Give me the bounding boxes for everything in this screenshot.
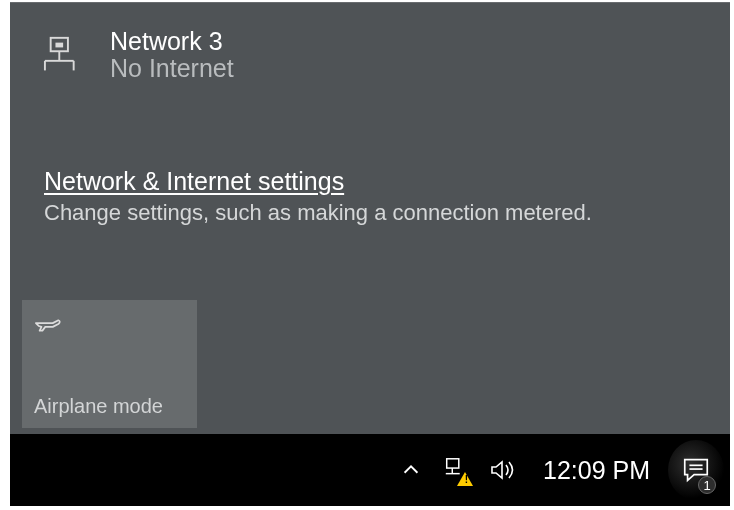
notification-count-badge: 1 [698,476,716,494]
action-center-button[interactable]: 1 [668,440,724,500]
network-flyout: Network 3 No Internet Network & Internet… [10,2,730,434]
network-status: No Internet [110,54,234,83]
airplane-mode-tile[interactable]: Airplane mode [22,300,197,428]
tray-icons: ! [397,456,517,484]
airplane-icon [34,310,66,342]
svg-rect-6 [447,459,459,468]
network-settings-description: Change settings, such as making a connec… [44,200,696,226]
taskbar: ! 12:09 PM 1 [10,434,730,506]
warning-exclamation: ! [465,474,468,485]
network-tray-icon[interactable]: ! [443,456,471,484]
network-text: Network 3 No Internet [110,27,234,83]
airplane-mode-label: Airplane mode [34,395,185,418]
volume-tray-icon[interactable] [489,456,517,484]
current-network-item[interactable]: Network 3 No Internet [10,3,730,91]
taskbar-clock[interactable]: 12:09 PM [529,456,664,485]
settings-block: Network & Internet settings Change setti… [10,167,730,226]
network-name: Network 3 [110,27,234,56]
tray-overflow-button[interactable] [397,456,425,484]
network-settings-link[interactable]: Network & Internet settings [44,167,696,196]
svg-rect-1 [55,43,63,48]
quick-action-tiles: Airplane mode [10,300,207,434]
ethernet-icon [40,31,92,83]
